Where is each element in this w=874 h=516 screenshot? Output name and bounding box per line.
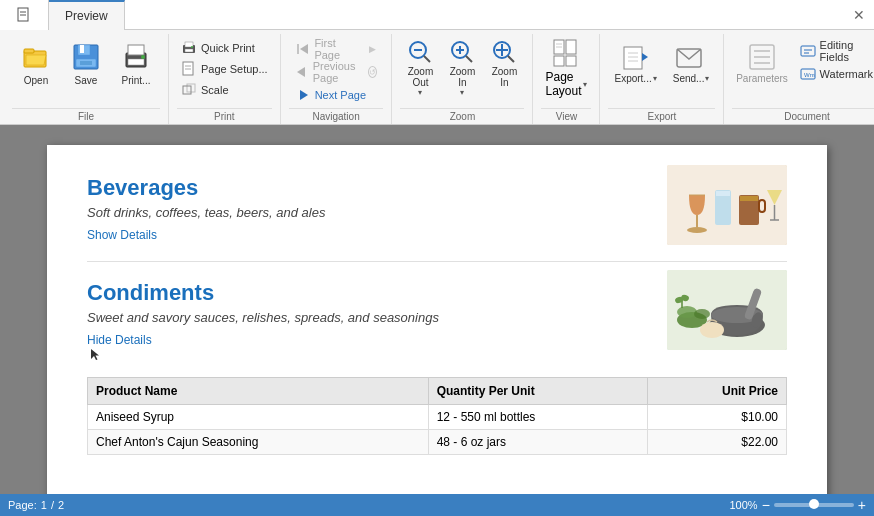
- zoom-slider-thumb[interactable]: [809, 499, 819, 509]
- scale-icon: [181, 82, 197, 98]
- editing-fields-button[interactable]: Editing Fields: [796, 40, 874, 62]
- main-area: Beverages Soft drinks, coffees, teas, be…: [0, 125, 874, 494]
- title-bar: Preview ✕: [0, 0, 874, 30]
- svg-rect-16: [185, 49, 193, 52]
- page-layout-button[interactable]: Page Layout ▾: [541, 36, 591, 100]
- watermark-label: Watermark: [820, 68, 873, 80]
- open-label: Open: [24, 75, 48, 87]
- zoom-in2-label: Zoom In: [488, 66, 520, 88]
- zoom-group-label: Zoom: [400, 108, 524, 122]
- page-indicator: Page: 1 / 2: [8, 499, 64, 511]
- export-label: Export...: [614, 73, 651, 84]
- export-icon: [620, 41, 652, 73]
- zoom-out-button[interactable]: Zoom Out ▾: [400, 36, 440, 99]
- beverages-link[interactable]: Show Details: [87, 228, 157, 242]
- zoom-plus-button[interactable]: +: [858, 498, 866, 512]
- send-arrow: ▾: [705, 74, 709, 83]
- svg-rect-41: [566, 56, 576, 66]
- status-bar: Page: 1 / 2 100% − +: [0, 494, 874, 516]
- export-group-label: Export: [608, 108, 715, 122]
- zoom-out-icon: [406, 38, 434, 66]
- first-page-button[interactable]: First Page ▶: [289, 38, 384, 60]
- tab-preview[interactable]: Preview: [49, 0, 125, 30]
- first-page-label: First Page: [314, 37, 363, 61]
- scale-button[interactable]: Scale: [177, 80, 272, 100]
- open-button[interactable]: Open: [12, 36, 60, 92]
- file-group: Open Save: [4, 34, 169, 124]
- quick-print-button[interactable]: Quick Print: [177, 38, 272, 58]
- product-qty-1: 12 - 550 ml bottles: [428, 405, 648, 430]
- zoom-in-outer-button[interactable]: Zoom In ▾: [442, 36, 482, 99]
- export-group: Export... ▾ Send... ▾: [600, 34, 724, 124]
- svg-marker-69: [91, 349, 99, 360]
- svg-rect-39: [566, 40, 576, 54]
- next-page-icon: [295, 87, 311, 103]
- view-group-label: View: [541, 108, 591, 122]
- save-label: Save: [75, 75, 98, 87]
- send-button[interactable]: Send... ▾: [667, 36, 716, 88]
- svg-rect-9: [80, 61, 92, 65]
- table-row: Chef Anton's Cajun Seasoning 48 - 6 oz j…: [88, 430, 787, 455]
- export-button[interactable]: Export... ▾: [608, 36, 662, 88]
- print-group-label: Print: [177, 108, 272, 122]
- cursor-icon: [89, 347, 101, 361]
- svg-rect-11: [128, 45, 144, 55]
- svg-point-76: [677, 306, 697, 318]
- svg-point-13: [141, 55, 145, 59]
- editing-fields-label: Editing Fields: [820, 39, 874, 63]
- beverages-info: Beverages Soft drinks, coffees, teas, be…: [87, 165, 667, 242]
- svg-line-37: [508, 56, 514, 62]
- svg-point-60: [687, 227, 707, 233]
- export-arrow: ▾: [653, 74, 657, 83]
- print-button[interactable]: Print...: [112, 36, 160, 92]
- total-pages: 2: [58, 499, 64, 511]
- previous-page-button[interactable]: Previous Page ↺: [289, 61, 384, 83]
- condiments-title: Condiments: [87, 280, 667, 306]
- zoom-in-label: Zoom In: [446, 66, 478, 88]
- separator-1: [87, 261, 787, 262]
- svg-marker-25: [297, 67, 305, 77]
- parameters-button[interactable]: Parameters: [732, 36, 791, 88]
- editing-fields-icon: [800, 43, 816, 59]
- svg-point-17: [191, 46, 193, 48]
- table-row: Aniseed Syrup 12 - 550 ml bottles $10.00: [88, 405, 787, 430]
- zoom-slider-track[interactable]: [774, 503, 854, 507]
- condiments-desc: Sweet and savory sauces, relishes, sprea…: [87, 310, 667, 325]
- condiments-row: Condiments Sweet and savory sauces, reli…: [87, 270, 787, 361]
- product-qty-2: 48 - 6 oz jars: [428, 430, 648, 455]
- send-label: Send...: [673, 73, 705, 84]
- zoom-out-label: Zoom Out: [404, 66, 436, 88]
- svg-marker-24: [300, 44, 308, 54]
- zoom-level: 100%: [729, 499, 757, 511]
- watermark-icon: Wm: [800, 66, 816, 82]
- svg-line-33: [466, 56, 472, 62]
- page-setup-icon: [181, 61, 197, 77]
- save-button[interactable]: Save: [62, 36, 110, 92]
- next-page-button[interactable]: Next Page: [289, 84, 384, 106]
- ribbon: Open Save: [0, 30, 874, 125]
- zoom-controls: 100% − +: [729, 498, 866, 512]
- close-button[interactable]: ✕: [844, 0, 874, 30]
- zoom-out-arrow: ▾: [418, 88, 422, 97]
- svg-rect-54: [801, 46, 815, 56]
- svg-point-77: [694, 309, 710, 319]
- parameters-label: Parameters: [736, 73, 788, 84]
- zoom-in-button[interactable]: Zoom In: [484, 36, 524, 90]
- page-setup-button[interactable]: Page Setup...: [177, 59, 272, 79]
- first-page-icon: [295, 41, 311, 57]
- beverages-desc: Soft drinks, coffees, teas, beers, and a…: [87, 205, 667, 220]
- open-icon: [20, 41, 52, 73]
- previous-page-label: Previous Page: [313, 60, 361, 84]
- send-icon: [675, 41, 707, 73]
- zoom-minus-button[interactable]: −: [762, 498, 770, 512]
- zoom-group: Zoom Out ▾ Zoom In ▾: [392, 34, 533, 124]
- condiments-link[interactable]: Hide Details: [87, 333, 152, 347]
- svg-rect-66: [740, 196, 758, 201]
- zoom-in-arrow: ▾: [460, 88, 464, 97]
- svg-marker-48: [642, 53, 648, 61]
- svg-rect-40: [554, 56, 564, 66]
- svg-rect-12: [128, 59, 144, 65]
- watermark-button[interactable]: Wm Watermark: [796, 63, 874, 85]
- tab-document[interactable]: [0, 0, 49, 30]
- beverages-row: Beverages Soft drinks, coffees, teas, be…: [87, 165, 787, 245]
